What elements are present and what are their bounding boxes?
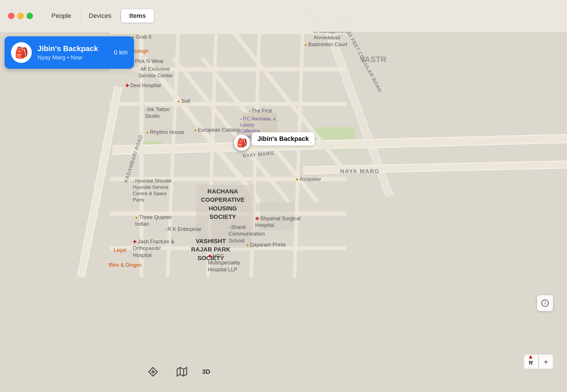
tab-devices[interactable]: Devices bbox=[81, 9, 120, 23]
zoom-in-button[interactable]: + bbox=[539, 354, 553, 369]
compass-n: N bbox=[529, 360, 533, 366]
titlebar: People Devices Items bbox=[0, 0, 567, 32]
map-toolbar: 3D bbox=[144, 363, 210, 380]
tab-divider-2 bbox=[120, 12, 120, 20]
item-location: Nyay Marg • Now bbox=[38, 54, 108, 61]
map-view-button[interactable] bbox=[173, 363, 191, 380]
svg-rect-27 bbox=[260, 202, 294, 231]
map-pin-backpack[interactable]: 🎒 bbox=[234, 135, 250, 151]
traffic-lights bbox=[8, 13, 33, 19]
pin-icon: 🎒 bbox=[234, 135, 250, 151]
item-distance: 0 km bbox=[114, 49, 128, 56]
tab-bar: People Devices Items bbox=[43, 9, 154, 23]
3d-button[interactable]: 3D bbox=[202, 368, 210, 376]
tab-people[interactable]: People bbox=[43, 9, 79, 23]
svg-marker-35 bbox=[177, 367, 187, 376]
maximize-button[interactable] bbox=[27, 13, 33, 19]
compass-arrow: ▲ bbox=[528, 353, 534, 360]
minimize-button[interactable] bbox=[17, 13, 24, 19]
info-button[interactable] bbox=[537, 295, 553, 311]
tab-items[interactable]: Items bbox=[121, 9, 154, 23]
backpack-emoji: 🎒 bbox=[15, 46, 28, 59]
item-name: Jibin's Backpack bbox=[38, 44, 108, 53]
compass: ▲ N bbox=[528, 353, 534, 366]
close-button[interactable] bbox=[8, 13, 14, 19]
backpack-map-label: Jibin's Backpack bbox=[252, 132, 315, 145]
directions-button[interactable] bbox=[144, 363, 162, 380]
item-icon-backpack: 🎒 bbox=[11, 42, 32, 63]
tab-divider-1 bbox=[80, 12, 80, 20]
item-card-backpack[interactable]: 🎒 Jibin's Backpack Nyay Marg • Now 0 km bbox=[5, 36, 134, 69]
item-info: Jibin's Backpack Nyay Marg • Now bbox=[38, 44, 108, 61]
svg-rect-26 bbox=[196, 185, 254, 248]
sidebar: 🎒 Jibin's Backpack Nyay Marg • Now 0 km bbox=[0, 32, 139, 392]
